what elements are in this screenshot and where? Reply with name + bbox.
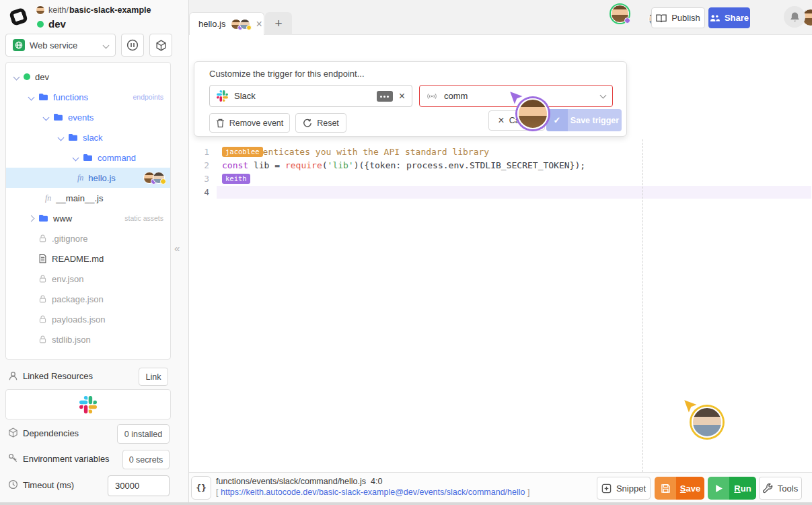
tab-hello-js[interactable]: hello.js × (189, 12, 264, 35)
tree-item-functions[interactable]: functions endpoints (6, 87, 170, 107)
chevron-right-icon[interactable] (28, 215, 35, 222)
jacoblee-presence-dot (246, 25, 252, 30)
chevron-down-icon[interactable] (43, 114, 50, 121)
autocode-logo-icon[interactable] (6, 5, 30, 29)
payload-preview-icon[interactable] (377, 91, 393, 102)
publish-button[interactable]: Publish (651, 7, 705, 28)
lock-icon (38, 234, 47, 243)
slack-logo-icon (79, 396, 97, 413)
tree-item-env-json[interactable]: env.json (6, 269, 170, 289)
chevron-down-icon[interactable] (73, 154, 79, 161)
static-assets-badge: static assets (124, 214, 163, 222)
slack-logo-icon (217, 90, 228, 102)
line-number: 3 (189, 172, 209, 185)
run-label: Run (729, 477, 756, 500)
reset-icon (303, 119, 312, 128)
column-ruler (642, 139, 643, 472)
cursor-label-keith: keith (222, 174, 250, 184)
tree-item-readme[interactable]: README.md (6, 248, 170, 269)
chevron-down-icon (600, 92, 607, 98)
presence-avatar-keith[interactable] (611, 5, 629, 23)
branch-selector[interactable]: dev (37, 18, 66, 30)
save-label: Save (676, 477, 704, 500)
save-trigger-button[interactable]: ✓ Save trigger (546, 109, 622, 131)
tree-item-command[interactable]: command (6, 147, 170, 168)
tree-item-gitignore[interactable]: .gitignore (6, 228, 170, 248)
tree-item-www[interactable]: www static assets (6, 208, 170, 228)
dev-status-dot (24, 73, 30, 80)
package-button[interactable] (149, 34, 172, 57)
function-icon: fn (77, 173, 83, 183)
tab-label: hello.js (198, 19, 225, 29)
remote-cursor-avatar-jacoblee (692, 407, 723, 438)
project-breadcrumb[interactable]: keith/basic-slack-example (36, 5, 151, 15)
snippet-button[interactable]: Snippet (597, 477, 651, 500)
environment-variables-label: Environment variables (23, 454, 110, 464)
timeout-input[interactable] (108, 475, 170, 496)
code-line-3: keith (222, 172, 250, 185)
secrets-count-button[interactable]: 0 secrets (122, 450, 170, 469)
sidebar-collapse-button[interactable]: « (174, 242, 180, 254)
branch-name: dev (48, 18, 66, 30)
pause-icon (126, 39, 139, 51)
folder-icon (83, 154, 93, 162)
reset-button[interactable]: Reset (295, 113, 346, 133)
pause-service-button[interactable] (121, 34, 144, 57)
timeout-label: Timeout (ms) (23, 480, 74, 490)
person-icon (8, 371, 18, 381)
tree-item-payloads-json[interactable]: payloads.json (6, 309, 170, 329)
tools-button[interactable]: Tools (759, 477, 802, 500)
tree-item-main-js[interactable]: fn __main__.js (6, 188, 170, 208)
notifications-button[interactable] (784, 6, 805, 28)
document-icon (38, 254, 47, 263)
link-resource-button[interactable]: Link (139, 368, 168, 386)
tree-item-hello-js[interactable]: fn hello.js (6, 168, 170, 188)
wrench-icon (763, 483, 773, 494)
keith-presence-dot (624, 18, 630, 24)
branch-status-dot (37, 21, 44, 28)
key-icon (8, 453, 18, 463)
chevron-down-icon[interactable] (13, 73, 20, 80)
chevron-down-icon[interactable] (28, 94, 35, 100)
lock-icon (38, 274, 47, 283)
dependencies-count-button[interactable]: 0 installed (117, 424, 170, 444)
endpoint-url-line: [ https://keith.autocode.dev/basic-slack… (216, 487, 529, 497)
linked-resource-slack[interactable] (5, 389, 171, 419)
tree-item-dev[interactable]: dev (6, 67, 170, 87)
trigger-service-select[interactable]: Slack × (209, 85, 412, 107)
jacoblee-presence-dot (160, 178, 166, 184)
trigger-service-name: Slack (234, 91, 256, 101)
book-icon (656, 13, 667, 23)
dependencies-icon (8, 428, 18, 438)
share-button[interactable]: Share (708, 7, 750, 28)
check-icon: ✓ (546, 109, 568, 131)
tree-item-stdlib-json[interactable]: stdlib.json (6, 329, 170, 349)
service-type-select[interactable]: Web service (5, 34, 116, 57)
save-button[interactable]: Save (655, 477, 704, 500)
remove-event-button[interactable]: Remove event (209, 113, 290, 133)
chevron-down-icon[interactable] (58, 134, 65, 141)
remote-cursor-avatar-keith (517, 98, 548, 129)
play-icon (708, 477, 729, 500)
trigger-customization-panel: Customize the trigger for this endpoint.… (194, 61, 627, 137)
active-line-highlight (217, 186, 811, 199)
linked-resources-label: Linked Resources (23, 371, 93, 381)
tree-item-events[interactable]: events (6, 107, 170, 127)
owner-name: keith/ (48, 5, 69, 15)
dependencies-label: Dependencies (23, 428, 79, 438)
line-number-active: 4 (189, 186, 209, 199)
clear-service-icon[interactable]: × (399, 91, 405, 102)
tab-close-icon[interactable]: × (256, 19, 262, 30)
lock-icon (38, 314, 47, 324)
braces-button[interactable]: {} (191, 476, 211, 500)
endpoint-url[interactable]: https://keith.autocode.dev/basic-slack-e… (221, 487, 525, 497)
tree-item-slack[interactable]: slack (6, 127, 170, 147)
new-tab-button[interactable]: + (265, 12, 292, 35)
plus-box-icon (601, 483, 612, 494)
folder-icon (53, 113, 63, 121)
folder-icon (38, 214, 48, 222)
code-line-1: jacobleeenticates you with the API stand… (222, 145, 489, 158)
run-button[interactable]: Run (708, 477, 756, 500)
line-number: 2 (189, 159, 209, 172)
tree-item-package-json[interactable]: package.json (6, 289, 170, 309)
